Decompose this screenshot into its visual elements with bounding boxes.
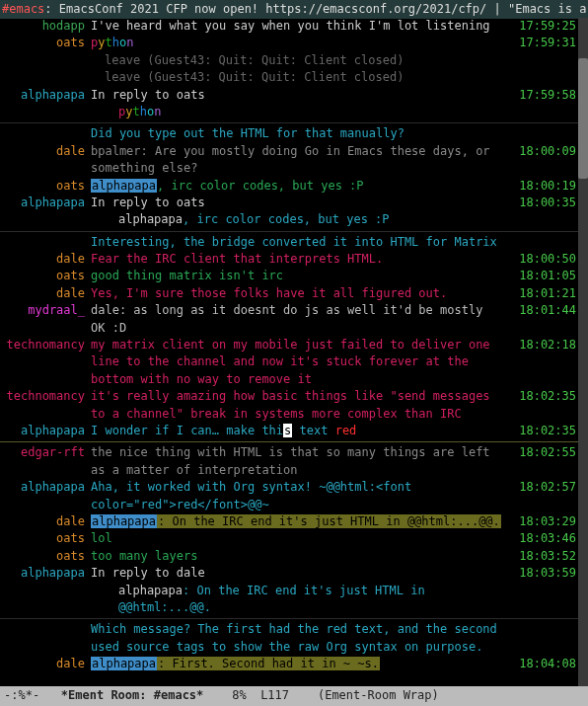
nick: hodapp (2, 18, 91, 35)
message-row: mydraal_dale: as long as it doesnt do js… (0, 302, 578, 337)
message-row: alphapapa: On the IRC end it's just HTML… (0, 583, 578, 617)
timestamp: 18:01:05 (507, 268, 576, 284)
message-text: my matrix client on my mobile just faile… (91, 337, 507, 388)
reply-link[interactable]: alphapapa (118, 212, 183, 226)
message-row: leave (Guest43: Quit: Quit: Client close… (0, 52, 578, 69)
message-row: alphapapaAha, it worked with Org syntax!… (0, 479, 578, 513)
nick: alphapapa (2, 195, 91, 211)
reply-link[interactable]: oats (177, 196, 205, 209)
message-row: Which message? The first had the red tex… (0, 618, 578, 656)
timestamp: 18:02:57 (507, 479, 576, 496)
message-row: daleYes, I'm sure those folks have it al… (0, 285, 578, 302)
message-text: bpalmer: Are you mostly doing Go in Emac… (91, 143, 507, 178)
timestamp: 18:02:18 (507, 337, 576, 353)
message-row: oatspython17:59:31 (0, 35, 578, 51)
message-text: lol (91, 530, 507, 547)
nick: alphapapa (2, 423, 91, 439)
mode-line: -:%*- *Ement Room: #emacs* 8% L117 (Emen… (0, 686, 588, 706)
channel-name: #emacs (2, 2, 44, 16)
message-row: technomancyit's really amazing how basic… (0, 388, 578, 423)
message-text: dale: as long as it doesnt do js as well… (91, 302, 507, 337)
timestamp: 18:03:29 (507, 513, 576, 530)
message-row: dalealphapapa: First. Second had it in ~… (0, 656, 578, 672)
message-text: Fear the IRC client that interprets HTML… (91, 251, 507, 268)
message-text: I've heard what you say when you think I… (91, 18, 507, 35)
message-row: oatsgood thing matrix isn't irc18:01:05 (0, 268, 578, 284)
modeline-percent: 8% (232, 688, 246, 702)
message-row: alphapapaIn reply to dale18:03:59 (0, 565, 578, 582)
timestamp: 18:00:19 (507, 178, 576, 195)
scrollbar-track[interactable] (578, 18, 588, 688)
timestamp: 18:03:52 (507, 548, 576, 565)
timestamp: 17:59:31 (507, 35, 576, 51)
reply-link[interactable]: In reply to (91, 566, 177, 580)
message-text: Aha, it worked with Org syntax! ~@@html:… (91, 479, 507, 513)
message-row: oatsalphapapa, irc color codes, but yes … (0, 178, 578, 195)
nick: alphapapa (2, 87, 91, 104)
message-row: Interesting, the bridge converted it int… (0, 231, 578, 251)
message-row: alphapapaIn reply to oats17:59:58 (0, 87, 578, 104)
nick: oats (2, 178, 91, 195)
nick: alphapapa (2, 479, 91, 496)
nick: dale (2, 251, 91, 268)
message-text: leave (Guest43: Quit: Quit: Client close… (91, 69, 507, 86)
message-text: alphapapa: On the IRC end it's just HTML… (91, 583, 507, 617)
message-log[interactable]: hodappI've heard what you say when you t… (0, 18, 578, 688)
nick: technomancy (2, 388, 91, 405)
emacs-frame: #emacs: EmacsConf 2021 CFP now open! htt… (0, 0, 588, 706)
nick: alphapapa (2, 565, 91, 582)
message-text: Did you type out the HTML for that manua… (91, 125, 507, 142)
message-row: leave (Guest43: Quit: Quit: Client close… (0, 69, 578, 86)
nick: oats (2, 35, 91, 51)
channel-topic: : EmacsConf 2021 CFP now open! https://e… (44, 2, 588, 16)
message-row: technomancymy matrix client on my mobile… (0, 337, 578, 388)
nick: dale (2, 285, 91, 302)
message-text: leave (Guest43: Quit: Quit: Client close… (91, 52, 507, 69)
message-row: edgar-rftthe nice thing with HTML is tha… (0, 444, 578, 479)
channel-topic-bar: #emacs: EmacsConf 2021 CFP now open! htt… (0, 0, 588, 19)
reply-link[interactable]: alphapapa (118, 584, 183, 597)
reply-link[interactable]: dale (177, 566, 205, 580)
nick: oats (2, 268, 91, 284)
modeline-status: -:%*- (4, 688, 39, 702)
message-text: In reply to oats (91, 87, 507, 104)
message-row: oatslol18:03:46 (0, 530, 578, 547)
message-text: I wonder if I can… make this text red (91, 423, 507, 439)
message-text: Which message? The first had the red tex… (91, 621, 507, 656)
message-text: python (91, 35, 507, 51)
timestamp: 18:00:35 (507, 195, 576, 211)
reply-link[interactable]: In reply to (91, 196, 177, 209)
reply-link[interactable]: In reply to (91, 88, 177, 102)
timestamp: 18:02:55 (507, 444, 576, 461)
message-text: In reply to dale (91, 565, 507, 582)
message-row: alphapapaIn reply to oats18:00:35 (0, 195, 578, 211)
timestamp: 18:00:50 (507, 251, 576, 268)
message-row: dalealphapapa: On the IRC end it's just … (0, 513, 578, 530)
timestamp: 18:00:09 (507, 143, 576, 160)
reply-link[interactable]: oats (177, 88, 205, 102)
nick: technomancy (2, 337, 91, 353)
nick: oats (2, 530, 91, 547)
modeline-mode: (Ement-Room Wrap) (318, 688, 439, 702)
nick: dale (2, 143, 91, 160)
message-text: good thing matrix isn't irc (91, 268, 507, 284)
scrollbar-thumb[interactable] (578, 58, 588, 179)
nick: dale (2, 656, 91, 672)
timestamp: 18:01:44 (507, 302, 576, 319)
timestamp: 18:01:21 (507, 285, 576, 302)
message-row: hodappI've heard what you say when you t… (0, 18, 578, 35)
message-row: dalebpalmer: Are you mostly doing Go in … (0, 143, 578, 178)
timestamp: 18:02:35 (507, 388, 576, 405)
modeline-line: L117 (260, 688, 289, 702)
message-text: too many layers (91, 548, 507, 565)
timestamp: 17:59:58 (507, 87, 576, 104)
message-text: Interesting, the bridge converted it int… (91, 234, 507, 251)
message-text: In reply to oats (91, 195, 507, 211)
message-text: alphapapa: On the IRC end it's just HTML… (91, 513, 507, 530)
nick: oats (2, 548, 91, 565)
nick: dale (2, 513, 91, 530)
message-row: python (0, 104, 578, 120)
message-text: it's really amazing how basic things lik… (91, 388, 507, 423)
message-row: Did you type out the HTML for that manua… (0, 122, 578, 142)
message-row: daleFear the IRC client that interprets … (0, 251, 578, 268)
